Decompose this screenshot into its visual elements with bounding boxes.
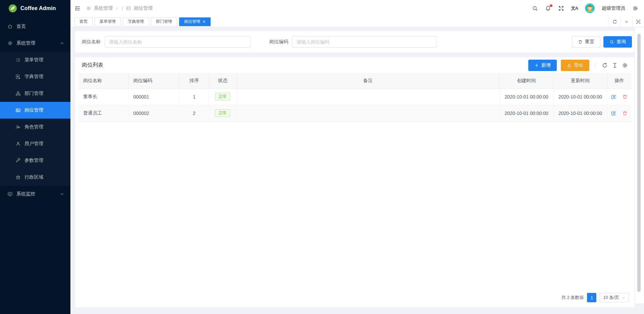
user-icon bbox=[15, 141, 21, 146]
breadcrumb-parent[interactable]: 系统管理 bbox=[94, 5, 113, 11]
page-1-button[interactable]: 1 bbox=[587, 293, 596, 302]
tab-label: 首页 bbox=[79, 19, 88, 24]
breadcrumb: 系统管理 / 岗位管理 bbox=[86, 5, 153, 11]
sidebar-item-label: 部门管理 bbox=[24, 90, 43, 97]
post-code-label: 岗位编码 bbox=[269, 39, 288, 45]
query-button-label: 查询 bbox=[616, 39, 626, 45]
post-name-input[interactable] bbox=[105, 36, 251, 48]
cell-updated-time: 2020-10-01 00:00:00 bbox=[553, 88, 607, 105]
column-header-sort: 排序 bbox=[179, 73, 209, 88]
scrollbar-thumb[interactable] bbox=[637, 34, 641, 292]
delete-trash-icon[interactable] bbox=[622, 111, 628, 116]
sidebar-item-monitor[interactable]: 系统监控 bbox=[0, 186, 70, 202]
id-card-icon bbox=[126, 6, 131, 11]
cell-status: 正常 bbox=[209, 105, 236, 121]
cell-status: 正常 bbox=[209, 88, 236, 105]
sidebar-item-label: 角色管理 bbox=[24, 124, 43, 130]
edit-icon[interactable] bbox=[611, 94, 616, 100]
sidebar-item-dept-mgmt[interactable]: 部门管理 bbox=[0, 85, 70, 102]
sidebar-item-label: 系统管理 bbox=[16, 40, 56, 46]
search-icon[interactable] bbox=[532, 5, 538, 11]
breadcrumb-separator: / bbox=[122, 6, 123, 11]
row-density-icon[interactable] bbox=[612, 62, 618, 68]
vertical-scrollbar[interactable] bbox=[635, 27, 644, 303]
app-logo: Coffee Admin bbox=[0, 0, 70, 17]
page-size-select[interactable]: 10 条/页 bbox=[600, 293, 629, 302]
fullscreen-icon[interactable] bbox=[558, 5, 564, 11]
gear-icon bbox=[86, 6, 91, 11]
cell-post-name: 普通员工 bbox=[78, 105, 128, 121]
search-icon bbox=[609, 40, 614, 44]
pagination: 共 2 条数据 1 10 条/页 bbox=[78, 293, 631, 304]
monitor-icon bbox=[7, 191, 13, 197]
toolbar-divider bbox=[595, 62, 596, 68]
sidebar-item-label: 岗位管理 bbox=[24, 107, 43, 113]
sidebar-item-system[interactable]: 系统管理 bbox=[0, 35, 70, 52]
tab-label: 岗位管理 bbox=[184, 19, 200, 24]
cell-sort: 1 bbox=[179, 88, 209, 105]
column-header-actions: 操作 bbox=[607, 73, 631, 88]
list-toolbar: 岗位列表 新增 导出 bbox=[78, 57, 631, 73]
cell-remark bbox=[236, 88, 499, 105]
column-header-name: 岗位名称 bbox=[78, 73, 128, 88]
cell-created-time: 2020-10-01 00:00:00 bbox=[499, 105, 553, 121]
plus-icon bbox=[534, 63, 539, 68]
sidebar-item-dict-mgmt[interactable]: 字典管理 bbox=[0, 68, 70, 85]
sidebar-item-label: 行政区域 bbox=[24, 174, 43, 180]
sidebar: Coffee Admin 首页 系统管理 菜单管理 字典管理 部门管理 bbox=[0, 0, 70, 314]
column-header-updated: 更新时间 bbox=[553, 73, 607, 88]
close-tab-icon[interactable] bbox=[203, 20, 206, 23]
list-title: 岗位列表 bbox=[82, 62, 103, 69]
sidebar-item-label: 首页 bbox=[16, 23, 26, 29]
list-actions: 新增 导出 bbox=[528, 60, 628, 71]
content-fullscreen-icon[interactable] bbox=[632, 16, 644, 27]
sidebar-item-label: 系统监控 bbox=[16, 191, 56, 197]
sidebar-item-user-mgmt[interactable]: 用户管理 bbox=[0, 135, 70, 152]
current-user-name[interactable]: 超级管理员 bbox=[602, 5, 625, 11]
tab-label: 部门管理 bbox=[156, 19, 172, 24]
refresh-tab-icon[interactable] bbox=[609, 16, 621, 27]
column-settings-gear-icon[interactable] bbox=[622, 62, 628, 68]
sidebar-item-param-mgmt[interactable]: 参数管理 bbox=[0, 152, 70, 169]
export-button[interactable]: 导出 bbox=[561, 60, 589, 71]
notification-bell-icon[interactable] bbox=[545, 5, 551, 11]
sidebar-item-home[interactable]: 首页 bbox=[0, 18, 70, 35]
tab-actions-chevron-down-icon[interactable] bbox=[621, 16, 632, 27]
translate-icon[interactable]: 文A bbox=[571, 5, 578, 11]
export-button-label: 导出 bbox=[574, 62, 583, 68]
gear-icon[interactable] bbox=[632, 5, 638, 11]
org-tree-icon bbox=[15, 91, 21, 96]
chevron-down-icon bbox=[60, 192, 64, 196]
query-button[interactable]: 查询 bbox=[603, 36, 632, 48]
notification-badge-dot bbox=[550, 4, 552, 7]
chevron-up-icon bbox=[60, 41, 64, 46]
avatar[interactable] bbox=[585, 3, 595, 13]
search-buttons: 重置 查询 bbox=[572, 36, 632, 48]
reset-button[interactable]: 重置 bbox=[572, 36, 600, 48]
refresh-table-icon[interactable] bbox=[602, 62, 608, 68]
delete-trash-icon[interactable] bbox=[622, 94, 628, 100]
tab-dept-mgmt[interactable]: 部门管理 bbox=[151, 17, 177, 26]
sidebar-item-post-mgmt[interactable]: 岗位管理 bbox=[0, 102, 70, 119]
cell-actions bbox=[607, 88, 631, 105]
add-button[interactable]: 新增 bbox=[528, 60, 557, 71]
post-code-input[interactable] bbox=[292, 36, 437, 48]
sidebar-item-menu-mgmt[interactable]: 菜单管理 bbox=[0, 52, 70, 68]
sidebar-item-region[interactable]: 行政区域 bbox=[0, 169, 70, 186]
roles-icon bbox=[15, 124, 21, 130]
status-badge: 正常 bbox=[215, 93, 230, 101]
tab-menu-mgmt[interactable]: 菜单管理 bbox=[95, 17, 121, 26]
chevron-down-icon[interactable] bbox=[115, 6, 119, 10]
edit-icon[interactable] bbox=[611, 111, 616, 116]
trash-icon bbox=[578, 40, 583, 44]
dictionary-icon bbox=[15, 74, 21, 79]
tab-dict-mgmt[interactable]: 字典管理 bbox=[123, 17, 149, 26]
page-size-value: 10 条/页 bbox=[603, 295, 619, 301]
sidebar-item-label: 用户管理 bbox=[24, 141, 43, 147]
table-header-row: 岗位名称 岗位编码 排序 状态 备注 创建时间 更新时间 操作 bbox=[78, 73, 631, 88]
tab-home[interactable]: 首页 bbox=[74, 17, 93, 26]
tab-post-mgmt[interactable]: 岗位管理 bbox=[179, 17, 211, 26]
cell-remark bbox=[236, 105, 499, 121]
sidebar-item-role-mgmt[interactable]: 角色管理 bbox=[0, 119, 70, 135]
collapse-sidebar-icon[interactable] bbox=[74, 5, 80, 11]
